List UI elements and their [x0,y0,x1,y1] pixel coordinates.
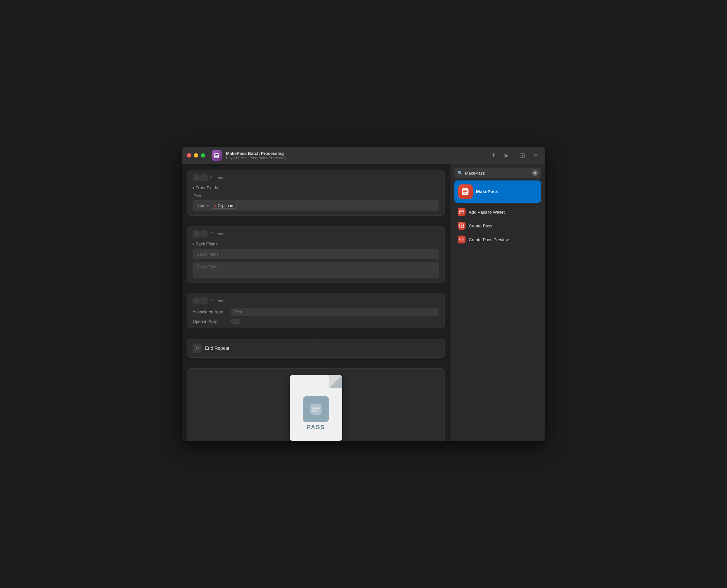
search-bar: 🔍 ✕ [454,168,541,178]
pass-icon-area [303,396,329,422]
corner-shadow [329,375,342,388]
svg-point-19 [463,213,464,214]
main-window: MakePass Batch Processing Hey Siri, Make… [182,147,545,441]
name-label: Name: [196,204,209,208]
chevron-icon-2: ▾ [193,242,194,246]
svg-rect-6 [312,407,320,409]
name-field: Name: ✕ Clipboard [193,200,439,211]
traffic-lights [187,153,205,158]
pass-icon [458,222,466,230]
titlebar-actions: ⬆ ▶ [489,151,540,160]
makepass-label: MakePass [476,189,498,194]
search-icon: 🔍 [458,171,463,175]
block-header-1: + − 0 items [193,174,439,182]
front-fields-block: + − 0 items ▾ Front Fields Text Name: ✕ … [187,170,445,215]
window-subtitle: Hey Siri, MakePass Batch Processing [226,156,287,160]
connector-2 [316,287,316,293]
assoc-block: + − 2 items Associated App: Open in App: [187,293,445,328]
svg-rect-15 [463,190,467,191]
maximize-button[interactable] [201,153,205,158]
add-item-btn-3[interactable]: + [193,297,200,304]
back-fields-section: ▾ Back Fields [193,241,439,249]
block-header-2: + − 2 items [193,230,439,237]
back-field-box-1: Back Fields [193,262,439,278]
add-pass-label: Add Pass to Wallet [469,210,505,215]
content-area: + − 0 items ▾ Front Fields Text Name: ✕ … [182,164,545,441]
share-button[interactable]: ⬆ [489,151,498,160]
search-clear-button[interactable]: ✕ [532,170,538,176]
block-controls-2: + − [193,230,208,237]
chevron-icon: ▾ [193,186,194,190]
svg-rect-17 [463,193,466,194]
create-pass-label: Create Pass [469,224,492,228]
action-item-create-preview[interactable]: Create Pass Preview [454,233,541,246]
item-count-1: 0 items [210,175,223,180]
titlebar: MakePass Batch Processing Hey Siri, Make… [182,147,545,164]
front-fields-label: Front Fields [195,185,218,190]
makepass-app-icon [458,184,473,199]
open-in-app-toggle[interactable] [231,319,240,324]
svg-rect-5 [311,404,321,415]
svg-rect-1 [215,154,218,155]
block-header-3: + − 2 items [193,297,439,304]
add-item-btn-1[interactable]: + [193,174,200,182]
add-action-button[interactable] [518,151,527,160]
clipboard-badge[interactable]: ✕ Clipboard [211,203,237,209]
title-info: MakePass Batch Processing Hey Siri, Make… [226,151,287,160]
clipboard-label: Clipboard [217,204,234,208]
front-fields-section: ▾ Front Fields [193,185,439,193]
svg-rect-2 [215,155,218,156]
action-item-add-pass[interactable]: Add Pass to Wallet [454,205,541,218]
wallet-icon [458,208,466,216]
svg-point-21 [461,239,462,240]
search-input[interactable] [465,171,530,175]
end-repeat-label: End Repeat [205,345,229,351]
window-title: MakePass Batch Processing [226,151,287,156]
app-icon [212,150,222,161]
create-preview-label: Create Pass Preview [469,237,509,242]
end-repeat-icon: ↻ [193,343,202,353]
sidebar: 🔍 ✕ MakePass [450,164,545,441]
close-button[interactable] [187,153,191,158]
open-in-app-label: Open in App: [193,319,229,324]
open-in-app-row: Open in App: [193,319,439,324]
main-panel[interactable]: + − 0 items ▾ Front Fields Text Name: ✕ … [182,164,450,441]
preview-icon [458,236,466,244]
connector-1 [316,219,316,226]
assoc-app-input[interactable] [231,308,439,316]
svg-rect-18 [459,211,464,214]
remove-item-btn-2[interactable]: − [200,230,208,237]
item-count-2: 2 items [210,232,223,236]
back-field-placeholder-1: Back Fields [193,249,439,259]
filter-button[interactable] [531,151,540,160]
play-button[interactable]: ▶ [502,151,511,160]
back-fields-label: Back Fields [195,241,217,247]
pass-text: PASS [307,424,325,431]
end-repeat-block: ↻ End Repeat [187,339,445,358]
text-label: Text [193,193,439,200]
svg-rect-7 [312,410,318,412]
action-item-create-pass[interactable]: Create Pass [454,219,541,232]
connector-4 [316,362,316,368]
minimize-button[interactable] [194,153,198,158]
item-count-3: 2 items [210,299,223,303]
connector-3 [316,332,316,339]
block-controls-1: + − [193,174,208,182]
svg-rect-3 [215,157,217,158]
pass-preview-block: PASS Page 1 of 5 [187,368,445,441]
assoc-app-label: Associated App: [193,310,229,314]
svg-rect-16 [463,191,467,192]
pass-paper: PASS [290,375,342,441]
block-controls-3: + − [193,297,208,304]
action-list: Add Pass to Wallet Create Pass [454,205,541,246]
assoc-app-row: Associated App: [193,308,439,316]
back-fields-block: + − 2 items ▾ Back Fields Back Fields Ba… [187,226,445,282]
makepass-app-card[interactable]: MakePass [454,181,541,203]
clipboard-x-icon: ✕ [213,204,216,208]
remove-item-btn-3[interactable]: − [200,297,208,304]
add-item-btn-2[interactable]: + [193,230,200,237]
pass-document: PASS [290,375,342,441]
remove-item-btn-1[interactable]: − [200,174,208,182]
